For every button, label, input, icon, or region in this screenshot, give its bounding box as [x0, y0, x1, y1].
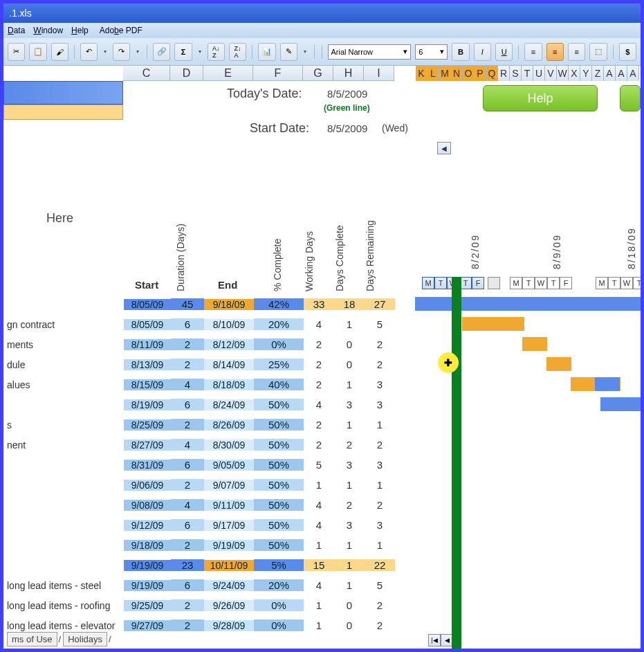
- col-small-V11[interactable]: V: [545, 66, 557, 81]
- cell-start[interactable]: 8/25/09: [124, 419, 171, 431]
- cell-pct[interactable]: 50%: [254, 479, 304, 491]
- col-F[interactable]: F: [253, 66, 303, 80]
- toolbar-more[interactable]: ▾: [302, 43, 309, 61]
- font-name-combo[interactable]: Arial Narrow▾: [328, 44, 412, 60]
- day-box[interactable]: T: [633, 277, 641, 289]
- cell-duration[interactable]: 2: [171, 619, 204, 631]
- nav-left-button[interactable]: ◀: [437, 142, 451, 154]
- tab-terms[interactable]: ms of Use: [7, 632, 57, 646]
- col-small-L1[interactable]: L: [427, 66, 439, 81]
- sort-desc-button[interactable]: Z↓A: [229, 43, 246, 61]
- cell-start[interactable]: 9/12/09: [124, 520, 171, 531]
- paste-button[interactable]: 📋: [29, 43, 46, 61]
- scroll-first[interactable]: |◀: [428, 634, 441, 646]
- col-small-N3[interactable]: N: [451, 66, 463, 81]
- help-button[interactable]: Help: [483, 85, 598, 111]
- cell-pct[interactable]: 50%: [254, 539, 304, 551]
- cell-pct[interactable]: 25%: [254, 359, 304, 370]
- tab-holidays[interactable]: Holidays: [63, 632, 107, 646]
- col-small-P5[interactable]: P: [475, 66, 486, 81]
- col-I[interactable]: I: [364, 66, 394, 80]
- cell-pct[interactable]: 50%: [254, 519, 304, 531]
- cell-end[interactable]: 8/10/09: [204, 319, 254, 330]
- cell-start[interactable]: 8/31/09: [124, 460, 171, 471]
- day-box[interactable]: M: [510, 277, 522, 289]
- cell-duration[interactable]: 45: [171, 298, 204, 310]
- cell-duration[interactable]: 2: [171, 419, 204, 431]
- col-small-O4[interactable]: O: [463, 66, 475, 81]
- cell-start[interactable]: 9/27/09: [124, 620, 171, 631]
- col-small-T9[interactable]: T: [522, 66, 533, 81]
- cell-pct[interactable]: 20%: [254, 579, 304, 591]
- day-box[interactable]: W: [620, 277, 633, 289]
- cell-end[interactable]: 9/26/09: [204, 600, 254, 611]
- cell-start[interactable]: 8/27/09: [124, 440, 171, 451]
- gantt-bar[interactable]: [595, 377, 620, 391]
- day-box[interactable]: W: [535, 277, 547, 289]
- redo-button[interactable]: ↷: [113, 43, 130, 61]
- cell-end[interactable]: 8/14/09: [204, 359, 254, 370]
- cell-end[interactable]: 9/17/09: [204, 520, 254, 531]
- cell-duration[interactable]: 6: [171, 459, 204, 471]
- col-small-W12[interactable]: W: [557, 66, 569, 81]
- col-G[interactable]: G: [303, 66, 333, 80]
- cell-start[interactable]: 8/19/09: [124, 399, 171, 410]
- undo-button[interactable]: ↶: [80, 43, 98, 61]
- cell-end[interactable]: 9/05/09: [204, 460, 254, 471]
- undo-dropdown[interactable]: ▾: [102, 43, 109, 61]
- drawing-button[interactable]: ✎: [280, 43, 297, 61]
- col-D[interactable]: D: [170, 66, 203, 80]
- cell-duration[interactable]: 6: [171, 579, 204, 591]
- col-small-S8[interactable]: S: [510, 66, 522, 81]
- cell-end[interactable]: 10/11/09: [204, 560, 254, 571]
- cell-end[interactable]: 9/07/09: [204, 480, 254, 491]
- cut-button[interactable]: ✂: [8, 43, 25, 61]
- cell-duration[interactable]: 6: [171, 318, 204, 330]
- cell-start[interactable]: 9/19/09: [124, 560, 171, 571]
- col-small-A16[interactable]: A: [604, 66, 616, 81]
- cell-duration[interactable]: 2: [171, 338, 204, 350]
- cell-pct[interactable]: 0%: [254, 338, 304, 350]
- cell-pct[interactable]: 42%: [254, 298, 304, 310]
- cell-end[interactable]: 9/19/09: [204, 540, 254, 551]
- italic-button[interactable]: I: [474, 43, 491, 61]
- gantt-bar[interactable]: [600, 397, 641, 411]
- cell-end[interactable]: 9/28/09: [204, 620, 254, 631]
- col-H[interactable]: H: [333, 66, 364, 80]
- col-small-K0[interactable]: K: [416, 66, 427, 81]
- cell-pct[interactable]: 0%: [254, 619, 304, 631]
- cell-start[interactable]: 9/18/09: [124, 540, 171, 551]
- cell-pct[interactable]: 50%: [254, 459, 304, 471]
- day-box[interactable]: T: [608, 277, 620, 289]
- cell-start[interactable]: 8/11/09: [124, 339, 171, 350]
- cell-pct[interactable]: 40%: [254, 379, 304, 390]
- day-box[interactable]: F: [472, 277, 484, 289]
- day-strip-3[interactable]: MTWTF: [596, 277, 641, 289]
- menu-data[interactable]: DDataata: [8, 26, 25, 35]
- cell-start[interactable]: 8/05/09: [124, 299, 171, 310]
- day-box[interactable]: T: [547, 277, 560, 289]
- cell-duration[interactable]: 6: [171, 399, 204, 410]
- col-small-A18[interactable]: A: [627, 66, 639, 81]
- align-left-button[interactable]: ≡: [524, 43, 542, 61]
- col-small-Z15[interactable]: Z: [592, 66, 604, 81]
- help-button-2[interactable]: [620, 85, 641, 111]
- bold-button[interactable]: B: [452, 43, 469, 61]
- cell-start[interactable]: 8/15/09: [124, 379, 171, 390]
- cell-pct[interactable]: 5%: [254, 559, 304, 571]
- gantt-bar[interactable]: [546, 357, 571, 371]
- day-box[interactable]: T: [434, 277, 447, 289]
- cell-start[interactable]: 8/13/09: [124, 359, 171, 370]
- gantt-bar[interactable]: [522, 337, 547, 351]
- cell-a1[interactable]: [3, 81, 123, 105]
- cell-duration[interactable]: 2: [171, 359, 204, 370]
- cell-start[interactable]: 8/05/09: [124, 319, 171, 330]
- gantt-bar[interactable]: [462, 317, 524, 331]
- cell-a2[interactable]: [3, 105, 123, 120]
- cell-duration[interactable]: 4: [171, 439, 204, 451]
- col-small-X13[interactable]: X: [569, 66, 580, 81]
- menu-adobe[interactable]: Adobe PDF: [100, 26, 142, 35]
- redo-dropdown[interactable]: ▾: [134, 43, 141, 61]
- cell-end[interactable]: 8/18/09: [204, 379, 254, 390]
- cell-start[interactable]: 9/06/09: [124, 480, 171, 491]
